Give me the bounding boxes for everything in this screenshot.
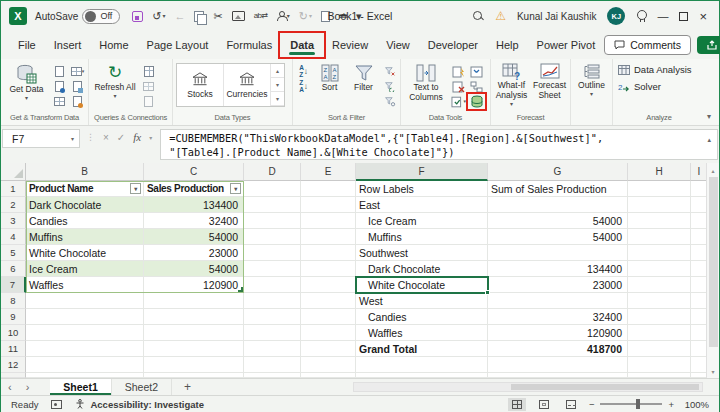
sheet-nav-prev-icon[interactable]: ‹ — [1, 379, 19, 395]
tab-developer[interactable]: Developer — [419, 34, 487, 56]
cell-H7[interactable] — [628, 277, 691, 293]
cell-H10[interactable] — [628, 325, 691, 341]
cell-E8[interactable] — [301, 293, 356, 309]
cell-D1[interactable] — [244, 181, 301, 197]
cell-F8[interactable]: West — [356, 293, 488, 309]
sheet-tab-sheet1[interactable]: Sheet1 — [50, 379, 111, 395]
cell-G10[interactable]: 120900 — [488, 325, 628, 341]
cell-C10[interactable] — [144, 325, 244, 341]
row-header-3[interactable]: 3 — [1, 213, 26, 229]
share-button[interactable]: Share ▾ — [697, 36, 720, 54]
cell-B7[interactable]: Waffles — [26, 277, 144, 293]
close-button[interactable]: × — [699, 10, 707, 23]
cell-F10[interactable]: Waffles — [356, 325, 488, 341]
cell-H8[interactable] — [628, 293, 691, 309]
cell-F12[interactable] — [356, 357, 488, 373]
what-if-analysis-button[interactable]: ? What-If Analysis▾ — [494, 61, 529, 107]
cell-H11[interactable] — [628, 341, 691, 357]
sort-za-icon[interactable]: ZA↓ — [296, 80, 311, 93]
view-page-layout-button[interactable] — [535, 398, 553, 411]
formula-input[interactable]: =CUBEMEMBER("ThisWorkbookDataModel",{"[T… — [160, 129, 718, 160]
tab-insert[interactable]: Insert — [45, 34, 91, 56]
collapse-formula-bar-icon[interactable]: ▴ — [707, 133, 711, 147]
cell-B1[interactable]: Product Name▾ — [26, 181, 144, 197]
sheet-nav-next-icon[interactable]: › — [19, 379, 37, 395]
cell-G8[interactable] — [488, 293, 628, 309]
from-text-csv-icon[interactable] — [52, 65, 67, 78]
recent-sources-icon[interactable]: ▾ — [70, 65, 85, 78]
view-page-break-button[interactable] — [562, 398, 580, 411]
cell-D9[interactable] — [244, 309, 301, 325]
gallery-down-icon[interactable]: ▾ — [271, 78, 284, 92]
column-header-H[interactable]: H — [628, 163, 691, 181]
enter-icon[interactable]: ✓ — [117, 132, 125, 143]
cell-D3[interactable] — [244, 213, 301, 229]
cell-C8[interactable] — [144, 293, 244, 309]
gallery-up-icon[interactable]: ▴ — [271, 64, 284, 78]
fill-handle[interactable] — [485, 290, 490, 295]
scroll-down-icon[interactable]: ▾ — [707, 365, 719, 377]
remove-duplicates-icon[interactable] — [451, 80, 466, 93]
cell-E10[interactable] — [301, 325, 356, 341]
filter-button[interactable]: Filter — [348, 61, 379, 93]
existing-connections-icon[interactable] — [70, 80, 85, 93]
user-name[interactable]: Kunal Jai Kaushik — [517, 11, 597, 22]
tab-formulas[interactable]: Formulas — [217, 34, 281, 56]
tab-power-pivot[interactable]: Power Pivot — [528, 34, 605, 56]
row-header-12[interactable]: 12 — [1, 357, 26, 373]
name-box[interactable]: F7 ▾ — [2, 129, 80, 148]
zoom-in-button[interactable]: + — [668, 399, 674, 410]
insert-function-icon[interactable]: fx — [133, 131, 141, 143]
cell-B9[interactable] — [26, 309, 144, 325]
column-header-E[interactable]: E — [301, 163, 356, 181]
horizontal-scrollbar[interactable] — [353, 382, 703, 392]
cell-E7[interactable] — [301, 277, 356, 293]
copy-icon[interactable] — [194, 11, 204, 22]
cell-H9[interactable] — [628, 309, 691, 325]
cell-H6[interactable] — [628, 261, 691, 277]
cell-G11[interactable]: 418700 — [488, 341, 628, 357]
cell-B8[interactable] — [26, 293, 144, 309]
autosave-toggle[interactable]: AutoSave Off — [35, 9, 120, 24]
advanced-filter-icon[interactable] — [382, 95, 397, 108]
sort-az-icon[interactable]: AZ↓ — [296, 65, 311, 78]
macro-record-icon[interactable] — [51, 400, 62, 409]
zoom-slider[interactable] — [600, 403, 662, 405]
cell-B5[interactable]: White Chocolate — [26, 245, 144, 261]
cell-E12[interactable] — [301, 357, 356, 373]
tab-file[interactable]: File — [9, 34, 45, 56]
cell-B12[interactable] — [26, 357, 144, 373]
h-scroll-thumb[interactable] — [511, 384, 699, 390]
cell-F3[interactable]: Ice Cream — [356, 213, 488, 229]
tab-review[interactable]: Review — [323, 34, 377, 56]
cell-D11[interactable] — [244, 341, 301, 357]
cell-C5[interactable]: 23000 — [144, 245, 244, 261]
cell-E3[interactable] — [301, 213, 356, 229]
cell-G9[interactable]: 32400 — [488, 309, 628, 325]
cell-G3[interactable]: 54000 — [488, 213, 628, 229]
cell-B6[interactable]: Ice Cream — [26, 261, 144, 277]
cell-D7[interactable] — [244, 277, 301, 293]
cell-C4[interactable]: 54000 — [144, 229, 244, 245]
flash-fill-icon[interactable] — [451, 65, 466, 78]
cancel-icon[interactable]: × — [103, 132, 109, 143]
cut-icon[interactable]: ✂ — [213, 11, 222, 22]
cell-H1[interactable] — [628, 181, 691, 197]
currencies-item[interactable]: Currencies — [224, 64, 271, 106]
redo-icon[interactable]: ↻▾ — [299, 11, 312, 22]
tab-home[interactable]: Home — [90, 34, 137, 56]
cell-G6[interactable]: 134400 — [488, 261, 628, 277]
back-icon[interactable]: ← — [174, 11, 185, 22]
tab-view[interactable]: View — [377, 34, 419, 56]
manage-data-model-icon[interactable] — [469, 95, 484, 108]
row-header-5[interactable]: 5 — [1, 245, 26, 261]
queries-connections-icon[interactable] — [141, 65, 156, 78]
save-icon[interactable] — [132, 11, 143, 22]
cell-C2[interactable]: 134400 — [144, 197, 244, 213]
properties-icon[interactable] — [141, 80, 156, 93]
filter-dropdown-button[interactable]: ▾ — [130, 183, 141, 194]
filter-dropdown-button[interactable]: ▾ — [230, 183, 241, 194]
column-header-C[interactable]: C — [144, 163, 244, 181]
cell-F4[interactable]: Muffins — [356, 229, 488, 245]
cell-E6[interactable] — [301, 261, 356, 277]
